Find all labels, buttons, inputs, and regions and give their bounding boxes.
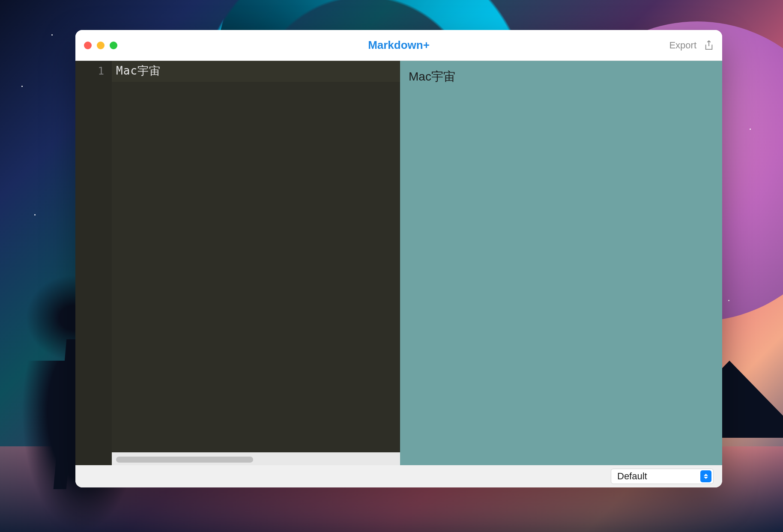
minimize-button[interactable] bbox=[97, 42, 105, 49]
editor-content: Mac宇宙 bbox=[116, 64, 161, 77]
editor-text-area[interactable]: Mac宇宙 bbox=[112, 61, 400, 465]
editor-current-line: Mac宇宙 bbox=[112, 61, 400, 82]
titlebar: Markdown+ Export bbox=[75, 30, 722, 61]
theme-select[interactable]: Default bbox=[611, 469, 714, 484]
share-icon[interactable] bbox=[704, 40, 714, 51]
preview-content: Mac宇宙 bbox=[409, 69, 714, 85]
app-title: Markdown+ bbox=[368, 39, 430, 52]
line-gutter: 1 bbox=[75, 61, 112, 465]
editor-pane: 1 Mac宇宙 bbox=[75, 61, 400, 465]
content-area: 1 Mac宇宙 Mac宇宙 bbox=[75, 61, 722, 465]
footer: Default bbox=[75, 465, 722, 487]
app-window: Markdown+ Export 1 Mac宇宙 Mac宇宙 bbox=[75, 30, 722, 487]
close-button[interactable] bbox=[84, 42, 92, 49]
horizontal-scrollbar-track[interactable] bbox=[112, 452, 400, 465]
theme-select-value: Default bbox=[617, 471, 647, 482]
line-number: 1 bbox=[75, 63, 112, 77]
traffic-lights bbox=[84, 42, 117, 49]
export-button[interactable]: Export bbox=[669, 40, 696, 51]
maximize-button[interactable] bbox=[110, 42, 117, 49]
toolbar-right: Export bbox=[669, 40, 714, 51]
preview-pane: Mac宇宙 bbox=[400, 61, 722, 465]
select-arrows-icon bbox=[700, 470, 711, 482]
horizontal-scrollbar-thumb[interactable] bbox=[116, 457, 253, 463]
